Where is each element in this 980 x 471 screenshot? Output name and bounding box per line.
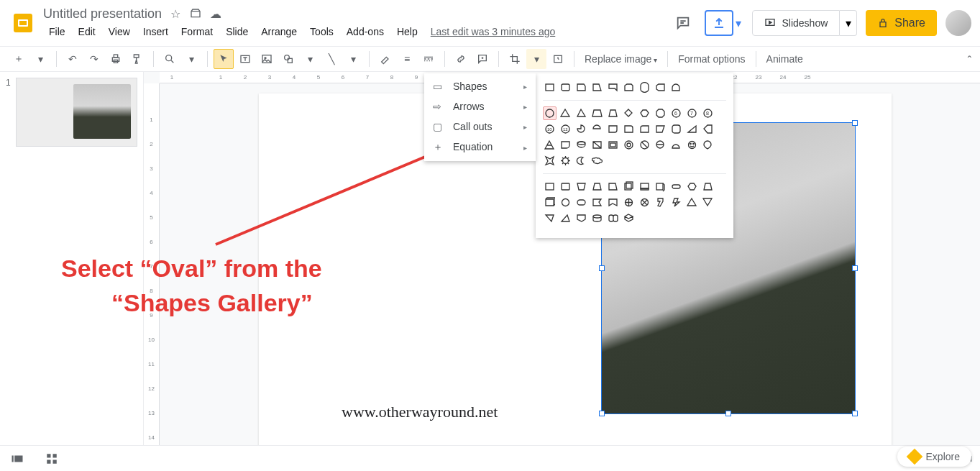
avatar[interactable] (945, 10, 971, 36)
comments-icon[interactable] (670, 10, 696, 36)
mask-equation[interactable]: ＋Equation▸ (424, 137, 536, 158)
shape-option[interactable] (622, 138, 636, 152)
shape-option[interactable] (590, 138, 604, 152)
shape-option[interactable]: 7 (685, 106, 699, 120)
redo-button[interactable]: ↷ (84, 49, 104, 69)
select-tool[interactable] (214, 49, 234, 69)
new-slide-button[interactable]: ＋ (9, 49, 29, 69)
shape-option[interactable] (559, 106, 572, 120)
shape-option[interactable] (654, 106, 667, 120)
reset-image-button[interactable] (548, 49, 568, 69)
shape-option[interactable] (559, 196, 572, 209)
slide-thumbnail[interactable] (16, 78, 137, 147)
shape-option[interactable] (669, 196, 683, 209)
shape-option[interactable] (543, 154, 557, 168)
resize-handle-e[interactable] (852, 265, 858, 271)
shape-option[interactable] (559, 81, 572, 94)
line-tool[interactable]: ╲ (321, 49, 342, 69)
slides-logo[interactable] (9, 9, 37, 37)
shape-option[interactable]: 12 (559, 122, 572, 136)
mask-callouts[interactable]: ▢Call outs▸ (424, 116, 536, 137)
shape-option[interactable] (543, 81, 557, 94)
star-icon[interactable]: ☆ (169, 7, 182, 20)
collapse-toolbar-icon[interactable]: ˆ (968, 55, 971, 68)
undo-button[interactable]: ↶ (63, 49, 83, 69)
menu-insert[interactable]: Insert (137, 23, 174, 40)
menu-format[interactable]: Format (175, 23, 219, 40)
shape-option[interactable] (654, 196, 667, 209)
format-options-button[interactable]: Format options (674, 53, 749, 65)
shape-tool[interactable] (278, 49, 298, 69)
share-button[interactable]: Share (866, 10, 937, 36)
shape-option[interactable] (606, 180, 620, 193)
menu-arrange[interactable]: Arrange (255, 23, 303, 40)
shape-option[interactable] (606, 138, 620, 152)
shape-option[interactable] (685, 138, 699, 152)
shape-option[interactable] (638, 138, 651, 152)
zoom-dropdown[interactable]: ▾ (181, 49, 201, 69)
border-color-button[interactable] (375, 49, 395, 69)
shape-option[interactable] (638, 122, 651, 136)
last-edit[interactable]: Last edit was 3 minutes ago (425, 23, 562, 40)
shape-option[interactable] (590, 81, 604, 94)
menu-tools[interactable]: Tools (304, 23, 339, 40)
shape-option[interactable] (638, 81, 651, 94)
shape-option[interactable] (590, 122, 604, 136)
shape-option[interactable] (622, 180, 636, 193)
filmstrip-view-icon[interactable] (9, 450, 26, 467)
replace-image-button[interactable]: Replace image ▾ (580, 53, 661, 65)
new-slide-dropdown[interactable]: ▾ (30, 49, 50, 69)
shape-option[interactable] (654, 122, 667, 136)
mask-arrows[interactable]: ⇨Arrows▸ (424, 96, 536, 116)
resize-handle-s[interactable] (725, 411, 731, 416)
slideshow-dropdown[interactable]: ▾ (840, 10, 857, 36)
shape-option[interactable] (654, 81, 667, 94)
present-upload-button[interactable] (705, 10, 733, 36)
shape-option[interactable] (559, 211, 572, 225)
upload-dropdown[interactable]: ▾ (733, 10, 743, 36)
shape-option[interactable] (654, 138, 667, 152)
shape-option[interactable] (669, 81, 683, 94)
mask-dropdown[interactable]: ▾ (526, 49, 546, 69)
shape-option[interactable] (701, 196, 715, 209)
shape-option[interactable] (606, 106, 620, 120)
paint-format-button[interactable] (127, 49, 147, 69)
shape-option[interactable] (654, 180, 667, 193)
shape-option[interactable] (669, 122, 683, 136)
shape-option[interactable] (685, 196, 699, 209)
explore-button[interactable]: Explore (897, 447, 971, 467)
shape-option[interactable] (574, 138, 588, 152)
shape-option[interactable] (574, 211, 588, 225)
shape-option[interactable] (622, 106, 636, 120)
shape-option[interactable] (590, 180, 604, 193)
shape-option[interactable]: 10 (543, 122, 557, 136)
menu-slide[interactable]: Slide (220, 23, 254, 40)
link-button[interactable] (451, 49, 471, 69)
shape-option[interactable] (622, 211, 636, 225)
shape-option[interactable] (638, 106, 651, 120)
menu-view[interactable]: View (103, 23, 136, 40)
shape-option[interactable] (590, 106, 604, 120)
shape-option[interactable] (574, 81, 588, 94)
border-dash-button[interactable] (418, 49, 439, 69)
shape-option[interactable] (574, 122, 588, 136)
shape-option[interactable] (669, 138, 683, 152)
shape-option[interactable] (574, 196, 588, 209)
mask-shapes[interactable]: ▭Shapes▸ (424, 76, 536, 96)
image-tool[interactable] (257, 49, 277, 69)
shape-option[interactable] (622, 81, 636, 94)
shape-option[interactable] (574, 106, 588, 120)
shape-option[interactable] (638, 180, 651, 193)
shape-option[interactable] (606, 196, 620, 209)
slideshow-button[interactable]: Slideshow (752, 10, 840, 36)
shape-option[interactable]: 6 (669, 106, 683, 120)
menu-edit[interactable]: Edit (73, 23, 101, 40)
shape-option[interactable] (590, 196, 604, 209)
shape-option[interactable] (701, 122, 715, 136)
print-button[interactable] (106, 49, 126, 69)
shape-option[interactable] (543, 211, 557, 225)
shape-option[interactable] (701, 180, 715, 193)
shape-option[interactable] (622, 196, 636, 209)
shape-option[interactable] (669, 180, 683, 193)
shape-option[interactable] (638, 196, 651, 209)
